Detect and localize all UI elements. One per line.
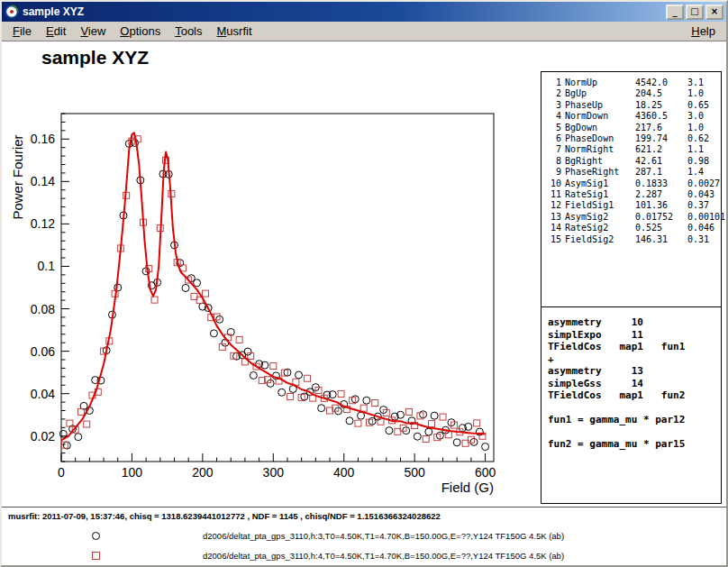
data-point-circle <box>386 427 393 434</box>
menu-item[interactable]: Options <box>113 23 168 40</box>
data-point-circle <box>250 371 257 379</box>
data-point-circle <box>296 371 303 379</box>
parameter-row: 2 BgUp 204.5 1.0 <box>547 88 719 99</box>
data-point-circle <box>318 405 325 412</box>
parameter-value: 0.525 <box>635 223 684 233</box>
theory-line: simpleGss 14 <box>548 378 719 390</box>
square-marker-icon <box>92 552 100 560</box>
parameter-name: PhaseRight <box>565 167 632 178</box>
parameter-error: 0.37 <box>687 200 719 211</box>
data-point-square <box>440 414 446 420</box>
y-tick-label: 0.14 <box>31 174 55 188</box>
parameter-number: 13 <box>547 212 561 223</box>
x-tick-label: 400 <box>333 465 355 480</box>
parameter-value: 4360.5 <box>635 111 684 122</box>
data-point-circle <box>453 439 460 446</box>
close-button[interactable]: × <box>705 5 723 20</box>
parameter-name: RateSig1 <box>565 189 632 200</box>
data-point-square <box>236 336 242 343</box>
data-point-square <box>287 393 294 399</box>
parameter-name: NormRight <box>565 144 632 155</box>
theory-line: asymmetry 13 <box>548 365 719 378</box>
parameter-number: 7 <box>547 144 561 155</box>
parameter-value: 204.5 <box>635 88 684 99</box>
parameter-value: 101.36 <box>635 200 684 211</box>
data-point-circle <box>358 412 365 419</box>
parameter-row: 15 FieldSig2 146.31 0.31 <box>547 234 719 245</box>
parameter-row: 4 NormDown 4360.5 3.0 <box>547 111 719 122</box>
title-bar[interactable]: sample XYZ _ □ × <box>2 2 726 22</box>
parameter-number: 14 <box>547 223 561 233</box>
parameter-row: 10 AsymSig1 0.1833 0.0027 <box>547 178 719 189</box>
footer-divider <box>2 507 726 508</box>
menu-item[interactable]: Edit <box>39 23 73 40</box>
legend-label: d2006/deltat_pta_gps_3110,h:3,T0=4.50K,T… <box>203 531 564 541</box>
series-points-2 <box>61 136 486 448</box>
parameter-name: NormUp <box>565 78 632 88</box>
legend-label: d2006/deltat_pta_gps_3110,h:4,T0=4.50K,T… <box>203 551 564 561</box>
parameter-row: 13 AsymSig2 0.01752 0.00101 <box>547 212 719 223</box>
y-tick-label: 0.08 <box>31 302 55 316</box>
fit-status-text: musrfit: 2011-07-09, 15:37:46, chisq = 1… <box>8 511 441 521</box>
window-controls: _ □ × <box>666 5 723 20</box>
data-point-square <box>151 297 158 303</box>
y-tick-label: 0.02 <box>31 429 55 444</box>
menu-item[interactable]: View <box>73 23 113 40</box>
data-point-circle <box>210 330 217 337</box>
theory-line: TFieldCos map1 fun2 <box>548 389 719 402</box>
parameter-value: 42.61 <box>635 156 684 167</box>
data-point-square <box>405 408 412 415</box>
x-tick-label: 0 <box>58 465 65 480</box>
y-axis: 0.020.040.060.080.10.120.140.16 <box>31 114 69 462</box>
parameter-number: 3 <box>547 100 561 111</box>
x-tick-label: 500 <box>404 465 425 480</box>
parameter-error: 0.62 <box>687 133 719 144</box>
data-point-square <box>474 420 480 426</box>
parameter-number: 6 <box>547 133 561 144</box>
parameter-number: 10 <box>547 178 561 189</box>
theory-line: TFieldCos map1 fun1 <box>548 341 719 353</box>
menu-items: File Edit View Options Tools Musrfit <box>5 23 259 40</box>
y-tick-label: 0.06 <box>31 344 55 359</box>
parameter-value: 287.1 <box>635 167 684 178</box>
menu-item[interactable]: Tools <box>168 23 209 40</box>
parameter-panel: 1 NormUp 4542.0 3.1 2 BgUp 204.5 1.0 3 P… <box>541 71 722 307</box>
maximize-button[interactable]: □ <box>686 5 704 20</box>
window-title: sample XYZ <box>23 5 662 18</box>
parameter-error: 0.65 <box>687 100 719 111</box>
parameter-number: 12 <box>547 200 561 211</box>
parameter-error: 0.043 <box>687 189 719 200</box>
menu-item-help[interactable]: Help <box>684 23 723 40</box>
legend-row: d2006/deltat_pta_gps_3110,h:3,T0=4.50K,T… <box>92 531 564 541</box>
parameter-error: 0.31 <box>687 234 719 245</box>
minimize-button[interactable]: _ <box>666 5 684 20</box>
plot-canvas[interactable]: 01002003004005006000.020.040.060.080.10.… <box>2 78 538 501</box>
x-tick-label: 100 <box>122 465 143 480</box>
data-point-circle <box>414 433 421 440</box>
theory-line: fun1 = gamma_mu * par12 <box>548 414 719 426</box>
parameter-number: 2 <box>547 88 561 99</box>
data-point-circle <box>346 417 353 425</box>
parameter-error: 0.98 <box>687 156 719 167</box>
data-point-square <box>315 387 322 393</box>
menu-item[interactable]: Musrfit <box>210 23 259 40</box>
data-point-square <box>423 436 429 443</box>
parameter-number: 4 <box>547 111 561 122</box>
plot-title: sample XYZ <box>41 47 149 69</box>
parameter-error: 1.4 <box>687 167 719 178</box>
theory-line <box>548 402 719 415</box>
parameter-row: 8 BgRight 42.61 0.98 <box>547 156 719 167</box>
parameter-name: AsymSig2 <box>565 212 632 223</box>
data-point-square <box>383 409 389 416</box>
data-point-square <box>360 405 367 411</box>
parameter-row: 7 NormRight 621.2 1.1 <box>547 144 719 155</box>
app-icon[interactable] <box>5 5 19 19</box>
data-point-square <box>355 420 361 426</box>
parameter-value: 0.1833 <box>635 178 684 189</box>
y-tick-label: 0.12 <box>31 216 55 231</box>
parameter-error: 1.1 <box>687 144 719 155</box>
parameter-name: AsymSig1 <box>565 178 632 189</box>
menu-item[interactable]: File <box>5 23 39 40</box>
parameter-error: 3.0 <box>687 111 719 122</box>
parameter-error: 1.0 <box>687 88 719 99</box>
